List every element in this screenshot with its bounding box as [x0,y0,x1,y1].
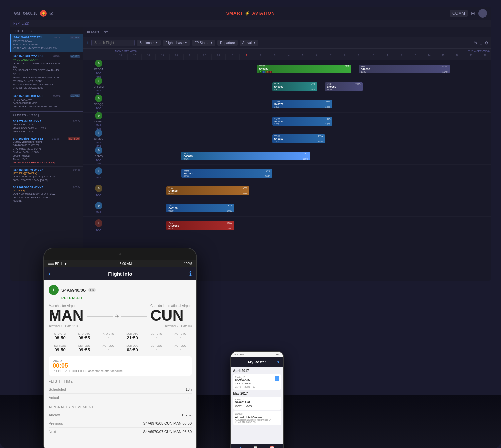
ipad-carrier: ●●● BELL ▼ [48,262,67,266]
flight-block[interactable]: YOW FRA S41112 1200 1451 [272,134,325,143]
list-item[interactable]: S4A879/04 ZRH YYZ 0302z [PAST ETO TIME]0… [10,118,83,135]
alerts-section: ALERTS (4/261) S4A879/04 ZRH YYZ 0302z [… [10,111,83,205]
pairing-route-2: WAW → ODN [235,404,279,407]
flight-plane-icon: ✈ [49,285,59,295]
flight-block[interactable]: YOW FRA S40838 A C R S [257,65,351,73]
more-options-icon[interactable]: ⋮ [260,40,266,46]
ipad-bezel-top [44,248,196,260]
top-bar-center: SMART ⚡ AVIATION [81,11,420,16]
list-item[interactable]: S4A1NA/01 YYZ TRL 0431z ACARS FF CYYZACA… [10,34,83,52]
list-item[interactable]: S4A1698/03 YLW YYZ 0302z CURFEW Curfew v… [10,135,83,167]
aircraft-indicator: ✈ [95,77,102,85]
table-row: ✈ CFDQQ S4A 201 YOW FRA [84,95,491,113]
msg-tag: ACARS [70,94,80,97]
vtc-icon: 📋 [253,446,258,448]
date-label-2: TUE 4 SEP (W36) [468,50,490,53]
timeline-track: YOW FRA S41121 1200 1539 [114,113,491,130]
pairing-label-2: Pairing ID [235,398,251,401]
timeline-track: YMM YYZ S40382 0718 1040 [114,165,491,182]
iphone-tab-today[interactable]: ✈ Today [238,446,243,448]
flight-block[interactable]: YMM YYZ S40382 0718 1040 [181,169,272,178]
flight-block[interactable]: YOW FRA S40371 1200 1458 [272,100,333,108]
grid-icon[interactable]: ⊞ [471,11,475,16]
ipad-info-button[interactable]: ℹ [189,270,192,277]
list-item[interactable]: S4A1NA6/01 YYZ FKL 0254z ACARS *** OCEAN… [10,52,83,92]
flight-number: S4A6940/06 [61,288,86,293]
brand-logo: SMART ⚡ AVIATION [226,11,275,16]
msg-id: S4A1NA6/01 YYZ FKL [13,54,44,58]
timeline-track: YOW FRA S41112 1200 1451 [114,130,491,147]
timeline-track: YLW YYZ S41698 0639 1038 [114,182,491,199]
top-bar-right: COMM ⊞ [420,9,487,18]
pairing-check-icon: ✓ [275,376,279,381]
comm-button[interactable]: COMM [450,10,468,17]
bookmark-button[interactable]: Bookmark▼ [137,40,161,46]
departure-code: MAN [49,308,84,323]
aircraft-info: ✈ S4A [84,166,114,180]
departure-terminal: Terminal 1 Gate 11C [49,324,78,328]
user-avatar[interactable] [478,9,487,18]
hour-labels: 16 17 18 19 20 21 22 23 0 1 2 3 [84,54,491,60]
act-loc-cell: ACT LOC --:-- [97,344,120,352]
msg-id: S4A1NA6/03 KIK NUE [13,94,44,98]
ipad-time: 6:00 AM [120,262,132,266]
settings-icon[interactable]: ⚙ [485,41,488,45]
center-panel: FLIGHT LIST + Bookmark▼ Flight phase▼ FP… [84,27,491,281]
departure-button[interactable]: Departure [217,40,237,46]
grid-view-icon[interactable]: ⊞ [479,41,483,45]
plane-symbol-icon: ✈ [115,313,119,320]
alert-body: [PAST ETO TIME]0802Z S4A879/04 ZRH YYZ[P… [13,123,80,133]
aircraft-info: ✈ CFIVQ S4A 740 [84,145,114,166]
list-item[interactable]: S4A1NA6/03 KIK NUE 0004z ACARS FF CYYZAC… [10,92,83,111]
sch-loc-cell: SCH LOC 09:50 [49,344,71,352]
sch-loc2-cell: SCH LOC 03:50 [121,344,144,352]
timeline-track: YOW FRA S40371 1200 1458 [114,95,491,112]
timeline-container[interactable]: MON 3 SEP (W36) TUE 4 SEP (W36) 16 17 18… [84,49,491,281]
table-row: ✈ S4A YMM YYZ S40 [84,165,491,182]
flight-block[interactable]: YHZ YYZ S40603 0905 1044 [272,82,318,91]
list-item[interactable]: S4A1698/03 YLW YYZ 0645z [ATD DLY][ETA D… [10,167,83,184]
flight-block[interactable]: FRA YOW S40838 1130 1948 [359,65,450,73]
times-grid: STD UTC 08:50 ETD UTC 08:55 ATD UTC --:-… [49,332,192,340]
iphone-tab-calendars[interactable]: 📅 Calendars [267,446,276,448]
timeline-track: YYC YYZ S40158 0619 1000 [114,199,491,216]
arrival-button[interactable]: Arrival▼ [240,40,258,46]
pairing-route: YYK → WAW [235,382,279,385]
alert-body: [ATD DLY] OUT YLW 0639z [00:44L] OFF YLW… [13,189,80,203]
iphone-menu-icon[interactable]: ☰ [234,360,237,364]
flight-block[interactable]: YYZ YWG S40259 1431 [325,82,363,91]
hotel-phone: +1 48 016 60 90 03 [235,421,279,423]
iphone-content: April 2017 Pairing ID S4A001A/30 ✓ YYK →… [231,367,283,444]
aircraft-indicator: ✈ [95,219,102,227]
flight-block[interactable]: YEG YOW S400362 0604 0940 [166,221,234,230]
refresh-icon[interactable]: ↻ [474,41,477,45]
msg-time: 0431z [53,36,60,39]
add-flight-button[interactable]: + [86,40,89,46]
alert-id: S4A1698/03 YLW YYZ [13,137,43,140]
iphone-dropdown-icon[interactable]: ▼ [277,360,280,364]
flight-block[interactable]: YLW YYZ S41698 0639 1038 [166,186,249,195]
flight-block[interactable]: YYC YYZ S40158 0619 1000 [166,204,234,212]
timeline-track: YOW FRA S40838 A C R S [114,60,491,78]
iphone-status-bar: 8:41 AM 100% [231,352,283,357]
flight-phase-button[interactable]: Flight phase▼ [163,40,190,46]
toolbar: + Bookmark▼ Flight phase▼ FP Status▼ Dep… [84,37,491,49]
search-input[interactable] [91,40,135,46]
pairing-item[interactable]: Pairing ID S4A001A/30 ✓ YYK → WAW 21:46 … [233,374,281,390]
iphone-tab-vtc[interactable]: 📋 VTC [253,446,258,448]
est-utc-cell: EST UTC --:-- [145,332,168,340]
flight-number-row: ✈ S4A6940/06 FR [49,285,192,295]
aircraft-info: ✈ S4A [84,218,114,233]
list-item[interactable]: S4A1698/03 YLW YYZ 0650z [ATD DLY] OUT Y… [10,184,83,205]
timeline-track: FRA YYZ S40873 0736 1609 [114,147,491,164]
pairing-item-2[interactable]: Pairing ID S4A001A/01 WAW → ODN [233,397,281,410]
pairing-label: Pairing ID [235,376,251,378]
ipad-camera [119,253,121,255]
flight-block[interactable]: YOW FRA S41121 1200 1539 [272,117,333,126]
fp-status-button[interactable]: FP Status▼ [192,40,216,46]
msg-id: S4A1NA/01 YYZ TRL [13,36,43,39]
flight-block[interactable]: FRA YYZ S40873 0736 1609 [181,152,310,160]
mail-icon[interactable]: ✉ [49,11,53,16]
notification-bell[interactable]: 🔔 [40,10,47,17]
est-loc-cell: EST LOC 09:55 [73,344,96,352]
